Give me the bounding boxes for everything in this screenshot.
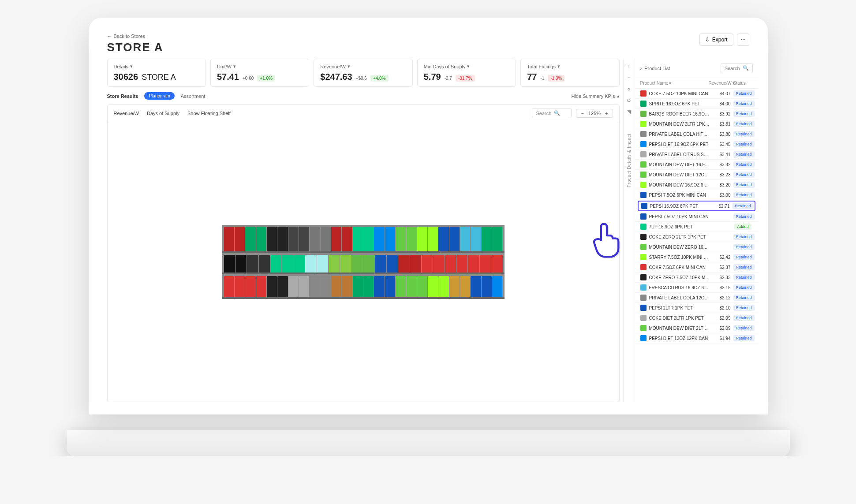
shelf-product[interactable] (492, 276, 502, 297)
shelf-product[interactable] (480, 255, 491, 273)
shelf-product[interactable] (342, 276, 352, 297)
shelf-product[interactable] (396, 276, 406, 297)
shelf-product[interactable] (375, 255, 386, 273)
shelf-product[interactable] (374, 276, 384, 297)
shelf-product[interactable] (410, 255, 421, 273)
shelf-product[interactable] (245, 276, 255, 297)
shelf-product[interactable] (282, 255, 293, 273)
kpi-revw[interactable]: Revenue/W▾ $247.63 +$9.6 +4.0% (314, 59, 412, 87)
zoom-in-button[interactable]: + (603, 111, 609, 116)
shelf-product[interactable] (245, 227, 255, 251)
shelf-product[interactable] (445, 255, 456, 273)
product-row[interactable]: MOUNTAIN DEW ZERO 16.9OZ 6...Retained (635, 242, 758, 252)
shelf-product[interactable] (267, 276, 277, 297)
kpi-facings[interactable]: Total Facings▾ 77 -1 -1.3% (520, 59, 619, 87)
product-row[interactable]: COKE 7.5OZ 10PK MINI CAN$4.07Retained (635, 89, 758, 99)
product-row[interactable]: COKE 7.5OZ 6PK MINI CAN$2.37Retained (635, 262, 758, 273)
shelf-product[interactable] (422, 255, 433, 273)
product-rows[interactable]: COKE 7.5OZ 10PK MINI CAN$4.07RetainedSPR… (635, 89, 758, 402)
shelf-product[interactable] (310, 276, 320, 297)
kpi-details[interactable]: Details▾ 30626 STORE A (107, 59, 206, 87)
toolbar-revenue-w[interactable]: Revenue/W (114, 111, 139, 116)
shelf-product[interactable] (396, 227, 406, 251)
shelf-product[interactable] (331, 276, 341, 297)
product-row[interactable]: COKE ZERO 7.5OZ 10PK MINI C...$2.33Retai… (635, 273, 758, 283)
shelf-product[interactable] (270, 255, 281, 273)
shelf-product[interactable] (353, 276, 363, 297)
shelf-product[interactable] (224, 227, 234, 251)
product-row[interactable]: PRIVATE LABEL COLA 12OZ 12P...$2.12Retai… (635, 293, 758, 303)
shelf-product[interactable] (482, 227, 492, 251)
shelf-product[interactable] (256, 276, 266, 297)
shelf-product[interactable] (277, 276, 288, 297)
add-icon[interactable]: + (627, 63, 630, 69)
shelf-product[interactable] (235, 255, 247, 273)
product-row[interactable]: MOUNTAIN DEW DIET 16.9OZ 6...$3.32Retain… (635, 160, 758, 170)
product-row[interactable]: BARQS ROOT BEER 16.9OZ 6P...$3.92Retaine… (635, 109, 758, 119)
history-icon[interactable]: ↺ (627, 97, 631, 104)
toolbar-floating-shelf[interactable]: Show Floating Shelf (187, 111, 231, 116)
minus-icon[interactable]: − (627, 75, 630, 81)
shelf-product[interactable] (492, 227, 502, 251)
shelf-product[interactable] (224, 276, 234, 297)
collapse-left-icon[interactable]: « (628, 86, 631, 92)
shelf-product[interactable] (438, 227, 449, 251)
product-row[interactable]: PEPSI 7.5OZ 6PK MINI CAN$3.00Retained (635, 190, 758, 200)
product-row[interactable]: PRIVATE LABEL COLA HIT 2LTR 1P...$3.80Re… (635, 129, 758, 139)
product-row[interactable]: COKE ZERO 2LTR 1PK PETRetained (635, 232, 758, 242)
product-row[interactable]: MOUNTAIN DEW DIET 2LTR 1PK P...$2.09Reta… (635, 323, 758, 333)
product-row[interactable]: MOUNTAIN DEW 2LTR 1PK PET$3.81Retained (635, 119, 758, 129)
shelf-product[interactable] (331, 227, 341, 251)
shelf-product[interactable] (352, 255, 363, 273)
shelf-product[interactable] (398, 255, 409, 273)
product-row[interactable]: PRIVATE LABEL CITRUS SODA DI...$3.41Reta… (635, 149, 758, 160)
product-row[interactable]: FRESCA CITRUS 16.9OZ 6PK PET$2.15Retaine… (635, 283, 758, 293)
shelf-product[interactable] (387, 255, 398, 273)
shelf-product[interactable] (482, 276, 492, 297)
more-button[interactable]: ⋯ (737, 34, 749, 46)
shelf-product[interactable] (385, 227, 395, 251)
shelf-product[interactable] (321, 227, 331, 251)
shelf-product[interactable] (342, 227, 352, 251)
shelf-product[interactable] (294, 255, 305, 273)
tab-planogram[interactable]: Planogram (144, 92, 174, 100)
back-to-stores-link[interactable]: ← Back to Stores (107, 34, 164, 39)
shelf-product[interactable] (449, 227, 460, 251)
product-search-input[interactable]: Search 🔍 (721, 63, 753, 73)
shelf-product[interactable] (363, 255, 374, 273)
tab-assortment[interactable]: Assortment (181, 93, 206, 99)
shelf-product[interactable] (317, 255, 328, 273)
zoom-out-button[interactable]: − (579, 111, 585, 116)
shelf-product[interactable] (460, 276, 470, 297)
hide-kpis-toggle[interactable]: Hide Summary KPIs ▴ (571, 93, 619, 99)
kpi-dos[interactable]: Min Days of Supply▾ 5.79 -2.7 -31.7% (417, 59, 516, 87)
shelf-product[interactable] (329, 255, 340, 273)
shelf-product[interactable] (417, 276, 427, 297)
toolbar-days-supply[interactable]: Days of Supply (147, 111, 179, 116)
product-row[interactable]: PEPSI 2LTR 1PK PET$2.10Retained (635, 303, 758, 313)
shelf-product[interactable] (310, 227, 320, 251)
shelf-product[interactable] (277, 227, 288, 251)
col-revenue[interactable]: Revenue/W▾ (709, 81, 731, 86)
product-row[interactable]: SPRITE 16.9OZ 6PK PET$4.00Retained (635, 99, 758, 109)
planogram-search-input[interactable]: Search 🔍 (532, 108, 572, 118)
col-product-name[interactable]: Product Name▾ (640, 81, 706, 86)
shelf-product[interactable] (305, 255, 316, 273)
product-row[interactable]: PEPSI DIET 12OZ 12PK CAN$1.94Retained (635, 333, 758, 343)
shelf-product[interactable] (340, 255, 351, 273)
shelf-product[interactable] (460, 227, 470, 251)
kpi-unitw[interactable]: Unit/W▾ 57.41 +0.60 +1.0% (210, 59, 309, 87)
shelf-product[interactable] (433, 255, 444, 273)
shelf-product[interactable] (491, 255, 502, 273)
shelf-product[interactable] (471, 276, 481, 297)
shelf-product[interactable] (299, 227, 309, 251)
shelf-product[interactable] (428, 227, 438, 251)
product-row[interactable]: MOUNTAIN DEW DIET 12OZ 12...$3.23Retaine… (635, 170, 758, 180)
shelf-product[interactable] (288, 276, 299, 297)
product-row[interactable]: PEPSI 16.9OZ 6PK PET$2.71Retained (638, 201, 755, 211)
shelf-product[interactable] (363, 276, 374, 297)
shelf-product[interactable] (468, 255, 479, 273)
shelf-product[interactable] (449, 276, 460, 297)
shelf-product[interactable] (385, 276, 395, 297)
shelf-product[interactable] (438, 276, 449, 297)
